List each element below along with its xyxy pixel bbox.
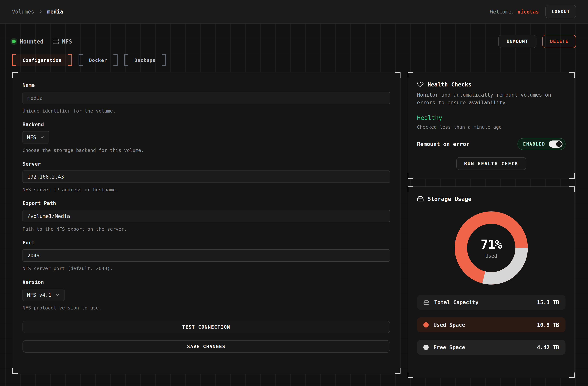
used-space-row: Used Space 10.9 TB	[417, 317, 566, 332]
port-help: NFS server port (default: 2049).	[22, 266, 390, 271]
name-field-group: Name Unique identifier for the volume.	[22, 82, 390, 114]
mounted-label: Mounted	[20, 38, 43, 45]
toggle-knob	[556, 141, 562, 147]
health-description: Monitor and automatically remount volume…	[417, 91, 566, 106]
form-actions: TEST CONNECTION SAVE CHANGES	[22, 321, 390, 353]
volume-header-row: Mounted NFS UNMOUNT DELETE	[12, 35, 576, 48]
corner-bracket-tl	[12, 72, 18, 78]
server-help: NFS server IP address or hostname.	[22, 187, 390, 193]
backend-badge: NFS	[52, 38, 72, 45]
remount-toggle[interactable]: ENABLED	[518, 138, 566, 150]
health-title-text: Health Checks	[427, 81, 472, 88]
name-help: Unique identifier for the volume.	[22, 108, 390, 114]
right-column: Health Checks Monitor and automatically …	[408, 72, 575, 378]
corner-bracket-bl	[408, 173, 413, 179]
breadcrumb: Volumes media	[12, 9, 63, 15]
remount-label: Remount on error	[417, 141, 469, 147]
version-help: NFS protocol version to use.	[22, 305, 390, 311]
toggle-switch	[549, 140, 563, 148]
server-label: Server	[22, 161, 390, 167]
health-panel-title: Health Checks	[417, 81, 566, 88]
backend-select[interactable]: NFS	[22, 131, 49, 144]
port-input[interactable]	[22, 249, 390, 262]
name-label: Name	[22, 82, 390, 88]
topbar: Volumes media Welcome,nicolas LOGOUT	[0, 0, 588, 24]
unmount-button[interactable]: UNMOUNT	[498, 35, 536, 48]
backend-help: Choose the storage backend for this volu…	[22, 148, 390, 153]
main-content: Mounted NFS UNMOUNT DELETE Configuration…	[0, 24, 588, 378]
donut-sublabel: Used	[485, 253, 497, 259]
run-health-check-button[interactable]: RUN HEALTH CHECK	[456, 157, 526, 170]
used-space-dot	[423, 322, 429, 327]
breadcrumb-volumes-link[interactable]: Volumes	[12, 9, 34, 15]
chevron-right-icon	[38, 9, 43, 14]
version-select-value: NFS v4.1	[27, 292, 51, 298]
name-input[interactable]	[22, 92, 390, 104]
corner-bracket-tl	[408, 186, 413, 192]
panel-area: Name Unique identifier for the volume. B…	[12, 72, 576, 378]
storage-donut-chart: 71% Used	[455, 211, 528, 285]
heart-icon	[417, 81, 424, 88]
export-path-input[interactable]	[22, 210, 390, 222]
free-space-label: Free Space	[434, 344, 465, 351]
port-label: Port	[22, 240, 390, 246]
free-space-value: 4.42 TB	[537, 344, 559, 351]
tab-bar: Configuration Docker Backups	[12, 54, 576, 66]
storage-usage-panel: Storage Usage 71% Used	[408, 186, 575, 378]
corner-bracket-bl	[408, 372, 413, 378]
topbar-right: Welcome,nicolas LOGOUT	[490, 5, 576, 18]
corner-bracket-tr	[569, 186, 575, 192]
delete-button[interactable]: DELETE	[543, 35, 576, 48]
donut-percent-label: 71%	[481, 237, 502, 252]
backend-badge-label: NFS	[62, 38, 72, 45]
volume-detail-page: Volumes media Welcome,nicolas LOGOUT Mou…	[0, 0, 588, 386]
server-field-group: Server NFS server IP address or hostname…	[22, 161, 390, 193]
corner-bracket-br	[569, 173, 575, 179]
volume-actions: UNMOUNT DELETE	[498, 35, 576, 48]
version-select[interactable]: NFS v4.1	[22, 289, 64, 301]
chevron-down-icon	[40, 135, 45, 140]
logout-button[interactable]: LOGOUT	[546, 5, 576, 18]
server-input[interactable]	[22, 171, 390, 183]
tab-configuration[interactable]: Configuration	[12, 54, 72, 66]
export-path-help: Path to the NFS export on the server.	[22, 226, 390, 232]
save-changes-button[interactable]: SAVE CHANGES	[22, 340, 390, 353]
tab-docker[interactable]: Docker	[79, 54, 118, 66]
test-connection-button[interactable]: TEST CONNECTION	[22, 321, 390, 333]
total-capacity-label: Total Capacity	[434, 299, 479, 305]
export-path-field-group: Export Path Path to the NFS export on th…	[22, 200, 390, 232]
used-space-value: 10.9 TB	[537, 322, 559, 328]
welcome-text: Welcome,nicolas	[490, 9, 539, 15]
volume-status: Mounted NFS	[12, 38, 72, 45]
hard-drive-icon	[423, 299, 429, 305]
corner-bracket-br	[395, 368, 400, 374]
health-checked-text: Checked less than a minute ago	[417, 124, 566, 130]
backend-select-value: NFS	[27, 134, 36, 140]
backend-label: Backend	[22, 122, 390, 127]
corner-bracket-br	[569, 372, 575, 378]
health-checks-panel: Health Checks Monitor and automatically …	[408, 72, 575, 179]
corner-bracket-tl	[408, 72, 413, 78]
breadcrumb-current: media	[47, 9, 63, 15]
health-status-value: Healthy	[417, 114, 566, 121]
corner-bracket-tr	[395, 72, 400, 78]
remount-row: Remount on error ENABLED	[417, 138, 566, 150]
version-field-group: Version NFS v4.1 NFS protocol version to…	[22, 279, 390, 311]
server-icon	[52, 38, 59, 45]
configuration-panel: Name Unique identifier for the volume. B…	[12, 72, 400, 374]
export-path-label: Export Path	[22, 200, 390, 206]
corner-bracket-tr	[569, 72, 575, 78]
corner-bracket-bl	[12, 368, 18, 374]
tab-backups[interactable]: Backups	[124, 54, 166, 66]
hard-drive-icon	[417, 195, 424, 202]
port-field-group: Port NFS server port (default: 2049).	[22, 240, 390, 271]
version-label: Version	[22, 279, 390, 285]
chevron-down-icon	[55, 292, 60, 298]
username: nicolas	[518, 9, 539, 15]
free-space-dot	[423, 345, 429, 350]
total-capacity-value: 15.3 TB	[537, 299, 559, 305]
mounted-status-dot	[12, 40, 16, 43]
free-space-row: Free Space 4.42 TB	[417, 340, 566, 355]
toggle-state-label: ENABLED	[523, 142, 545, 147]
total-capacity-row: Total Capacity 15.3 TB	[417, 295, 566, 310]
